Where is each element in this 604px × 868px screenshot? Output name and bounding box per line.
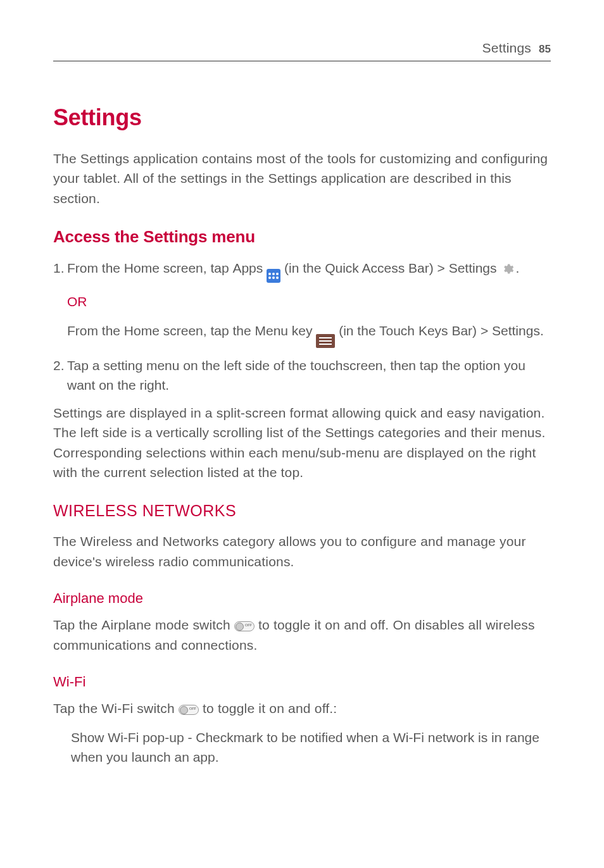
intro-paragraph: The Settings application contains most o… bbox=[53, 149, 551, 209]
page-header: Settings 85 bbox=[53, 38, 551, 61]
wireless-intro: The Wireless and Networks category allow… bbox=[53, 531, 551, 571]
apps-icon bbox=[267, 269, 280, 283]
wifi-paragraph: Tap the Wi-Fi switch to toggle it on and… bbox=[53, 698, 551, 719]
wireless-heading: WIRELESS NETWORKS bbox=[53, 499, 551, 523]
step-1: 1. From the Home screen, tap Apps (in th… bbox=[53, 258, 551, 348]
menu-icon bbox=[316, 334, 335, 348]
wifi-popup-item: Show Wi-Fi pop-up - Checkmark to be noti… bbox=[53, 728, 551, 767]
toggle-off-icon bbox=[179, 705, 199, 715]
intro-bold: Settings bbox=[80, 151, 129, 166]
access-heading: Access the Settings menu bbox=[53, 225, 551, 249]
header-page-number: 85 bbox=[539, 41, 551, 58]
wifi-heading: Wi-Fi bbox=[53, 671, 551, 692]
access-steps: 1. From the Home screen, tap Apps (in th… bbox=[53, 258, 551, 395]
or-separator: OR bbox=[67, 292, 551, 312]
header-section: Settings bbox=[482, 38, 531, 58]
toggle-off-icon bbox=[234, 621, 255, 631]
page-title: Settings bbox=[53, 101, 551, 135]
airplane-paragraph: Tap the Airplane mode switch to toggle i… bbox=[53, 615, 551, 655]
split-screen-paragraph: Settings are displayed in a split-screen… bbox=[53, 403, 551, 483]
airplane-heading: Airplane mode bbox=[53, 588, 551, 609]
step-2: 2. Tap a setting menu on the left side o… bbox=[53, 356, 551, 395]
gear-icon bbox=[501, 263, 514, 275]
